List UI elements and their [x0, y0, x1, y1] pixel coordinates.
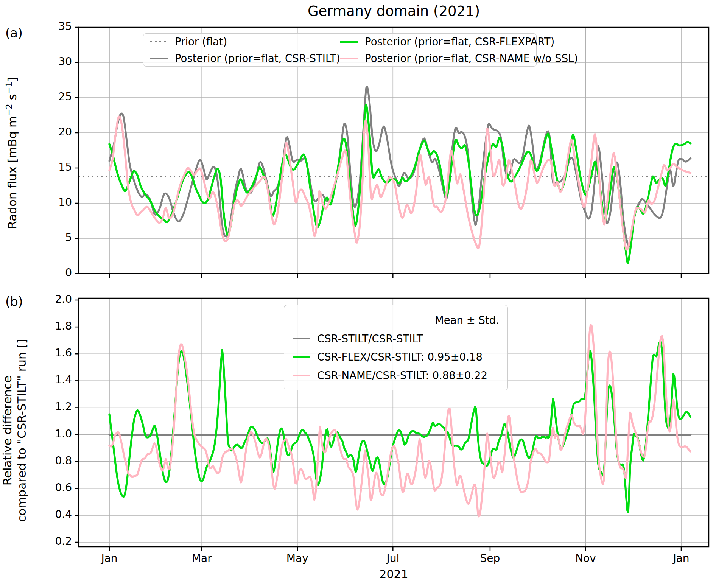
panel-b-ytick-1.0: 1.0	[0, 428, 72, 440]
panel-b-ytick-1.2: 1.2	[0, 400, 72, 413]
xtick-Sep-4: Sep	[464, 552, 517, 565]
legend-label-flexpart: Posterior (prior=flat, CSR-FLEXPART)	[365, 36, 554, 48]
panel-a-ytick-25: 25	[0, 90, 72, 103]
legend-item-prior: Prior (flat)	[150, 36, 340, 48]
legend-item-ratio-flex: CSR-FLEX/CSR-STILT: 0.95±0.18	[293, 351, 499, 363]
panel-a-series	[79, 87, 709, 263]
panel-a-ytick-20: 20	[0, 126, 72, 138]
ratio-stilt-swatch-icon	[293, 338, 310, 339]
panel-b-ytick-0.8: 0.8	[0, 454, 72, 467]
ylabel-a-sup1: −2	[4, 104, 14, 116]
x-axis-year-label: 2021	[79, 568, 709, 581]
name-line-swatch-icon	[340, 58, 358, 59]
legend-item-ratio-name: CSR-NAME/CSR-STILT: 0.88±0.22	[293, 369, 499, 381]
legend-label-stilt: Posterior (prior=flat, CSR-STILT)	[175, 52, 340, 64]
legend-label-name: Posterior (prior=flat, CSR-NAME w/o SSL)	[365, 52, 578, 64]
stilt-line-swatch-icon	[150, 58, 168, 59]
ylabel-a-post: ]	[5, 77, 19, 82]
xtick-Nov-5: Nov	[559, 552, 612, 565]
legend-label-ratio-flex: CSR-FLEX/CSR-STILT: 0.95±0.18	[317, 351, 483, 363]
xtick-Jan-6: Jan	[655, 552, 708, 565]
plot-canvas	[0, 0, 716, 588]
legend-label-ratio-stilt: CSR-STILT/CSR-STILT	[317, 333, 423, 345]
panel-b-ytick-1.4: 1.4	[0, 373, 72, 386]
panel-b-ytick-1.8: 1.8	[0, 320, 72, 332]
legend-label-ratio-name: CSR-NAME/CSR-STILT: 0.88±0.22	[317, 369, 487, 381]
xtick-Jul-3: Jul	[366, 552, 419, 565]
legend-item-flexpart: Posterior (prior=flat, CSR-FLEXPART)	[340, 36, 578, 48]
legend-item-name: Posterior (prior=flat, CSR-NAME w/o SSL)	[340, 52, 578, 64]
panel-b-legend: Mean ± Std. CSR-STILT/CSR-STILT CSR-FLEX…	[284, 305, 508, 390]
panel-b-ytick-1.6: 1.6	[0, 347, 72, 359]
panel-b-ytick-0.2: 0.2	[0, 535, 72, 548]
panel-a-legend: Prior (flat) Posterior (prior=flat, CSR-…	[143, 33, 537, 67]
panel-b-ytick-0.4: 0.4	[0, 508, 72, 521]
xtick-Mar-1: Mar	[175, 552, 228, 565]
panel-a-ytick-15: 15	[0, 161, 72, 173]
xtick-Jan-0: Jan	[83, 552, 136, 565]
chart-title: Germany domain (2021)	[79, 3, 709, 19]
legend-b-title: Mean ± Std.	[293, 314, 499, 326]
flexpart-line-swatch-icon	[340, 41, 358, 43]
panel-b-ytick-2.0: 2.0	[0, 293, 72, 305]
panel-b-ytick-0.6: 0.6	[0, 481, 72, 494]
ratio-name-swatch-icon	[293, 375, 310, 376]
ratio-flex-swatch-icon	[293, 356, 310, 358]
xtick-May-2: May	[271, 552, 324, 565]
prior-line-swatch-icon	[150, 41, 168, 42]
panel-a-ytick-5: 5	[0, 231, 72, 244]
figure: Germany domain (2021) (a) (b) Radon flux…	[0, 0, 716, 588]
legend-item-ratio-stilt: CSR-STILT/CSR-STILT	[293, 333, 499, 345]
panel-a-ytick-30: 30	[0, 55, 72, 68]
panel-a-ylabel: Radon flux [mBq m−2 s−1]	[2, 47, 19, 259]
panel-a-ytick-35: 35	[0, 20, 72, 33]
legend-item-stilt: Posterior (prior=flat, CSR-STILT)	[150, 52, 340, 64]
gridlines	[79, 27, 709, 547]
panel-a-ytick-10: 10	[0, 196, 72, 208]
panel-a-ytick-0: 0	[0, 266, 72, 279]
legend-label-prior: Prior (flat)	[175, 36, 227, 48]
